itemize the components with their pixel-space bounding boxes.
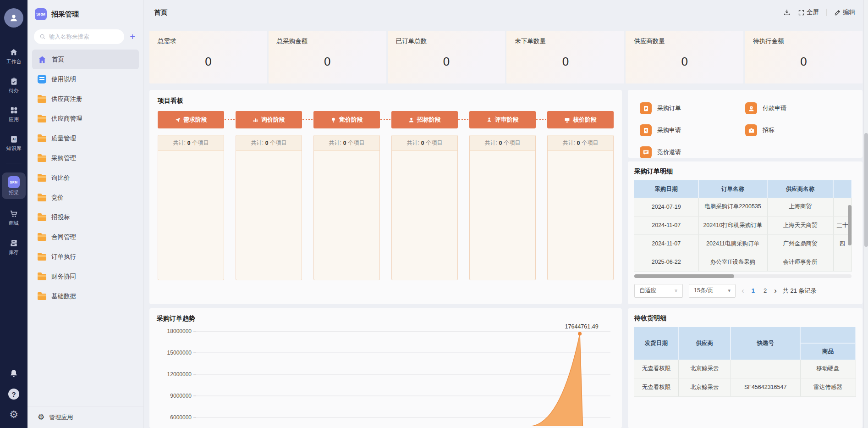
- menu-item-inquiry-compare[interactable]: 询比价: [32, 168, 139, 188]
- stat-label: 已订单总数: [396, 37, 497, 45]
- quick-link-label: 采购申请: [657, 126, 681, 134]
- fullscreen-icon: [798, 9, 805, 16]
- folder-icon: [38, 234, 46, 241]
- user-avatar[interactable]: [4, 8, 23, 28]
- stage-count: 共计:0个项目: [548, 135, 613, 151]
- table-vertical-scrollbar[interactable]: [848, 205, 852, 245]
- table-row[interactable]: 2025-06-22 办公室IT设备采购 会计师事务所: [634, 253, 852, 271]
- rail-item-workbench[interactable]: 工作台: [2, 46, 26, 67]
- stage-count: 共计:0个项目: [470, 135, 535, 151]
- stage-card: 共计:0个项目: [547, 135, 614, 280]
- folder-icon: [38, 294, 46, 300]
- fullscreen-button[interactable]: 全屏: [798, 8, 819, 17]
- stage-column-price-check: 核价阶段 共计:0个项目: [547, 111, 614, 280]
- table-row[interactable]: 2024-11-07 202411电脑采购订单 广州金鼎商贸 四: [634, 234, 852, 253]
- quick-link-tender[interactable]: 招标: [745, 124, 851, 136]
- download-button[interactable]: [783, 9, 791, 16]
- middle-row: 项目看板 需求阶段 共计:0个项目: [149, 90, 863, 304]
- quick-link-purchase-request[interactable]: 采购申请: [640, 124, 745, 136]
- stage-button-inquiry[interactable]: 询价阶段: [236, 111, 302, 128]
- folder-icon: [38, 195, 46, 201]
- help-icon[interactable]: ?: [8, 389, 19, 400]
- col-supplier-name[interactable]: 供应商名称: [767, 180, 833, 198]
- quick-link-purchase-order[interactable]: 采购订单: [640, 102, 745, 114]
- table-row[interactable]: 无查看权限 北京鲸采云 移动硬盘: [634, 360, 856, 378]
- menu-item-supplier-management[interactable]: 供应商管理: [32, 109, 139, 128]
- menu-item-label: 招投标: [51, 213, 70, 222]
- table-horizontal-scrollbar[interactable]: [634, 274, 852, 278]
- menu-item-label: 使用说明: [51, 75, 76, 83]
- menu-item-home[interactable]: 首页: [32, 50, 139, 69]
- table-row[interactable]: 无查看权限 北京鲸采云 SF45642316547 雷达传感器: [634, 378, 856, 396]
- trend-chart-svg: 1800000015000000120000009000000600000017…: [157, 323, 615, 426]
- col-product[interactable]: 商品: [800, 327, 856, 360]
- stage-button-demand[interactable]: 需求阶段: [158, 111, 224, 128]
- page-scroll-thumb[interactable]: [864, 133, 868, 247]
- stat-value: 0: [149, 55, 267, 69]
- prev-page-button[interactable]: ‹: [742, 286, 744, 295]
- col-order-name[interactable]: 订单名称: [698, 180, 767, 198]
- menu-item-supplier-register[interactable]: 供应商注册: [32, 89, 139, 109]
- add-button[interactable]: +: [128, 32, 137, 42]
- quick-link-payment-request[interactable]: ¥ 付款申请: [745, 102, 851, 114]
- menu-item-finance-collab[interactable]: 财务协同: [32, 267, 139, 286]
- menu-item-usage-guide[interactable]: 使用说明: [32, 69, 139, 89]
- menu-item-bidding[interactable]: 竞价: [32, 188, 139, 207]
- stage-button-review[interactable]: 评审阶段: [469, 111, 536, 128]
- menu-item-procurement-management[interactable]: 采购管理: [32, 148, 139, 168]
- menu-item-tender[interactable]: 招投标: [32, 207, 139, 227]
- table-row[interactable]: 2024-11-07 202410打印机采购订单 上海天天商贸 三十: [634, 216, 852, 234]
- project-board-panel: 项目看板 需求阶段 共计:0个项目: [149, 90, 622, 304]
- col-product-label: 商品: [801, 344, 855, 359]
- bottom-row: 采购订单趋势 180000001500000012000000900000060…: [149, 308, 863, 428]
- settings-gear-icon[interactable]: ⚙: [9, 410, 18, 420]
- menu-item-base-data[interactable]: 基础数据: [32, 286, 139, 306]
- rail-item-knowledge[interactable]: AI 知识库: [2, 133, 26, 154]
- stat-label: 待执行金额: [753, 37, 854, 45]
- topbar-divider: [826, 9, 827, 16]
- stage-button-price-check[interactable]: 核价阶段: [547, 111, 614, 128]
- rail-item-mall[interactable]: 商城: [2, 207, 26, 228]
- caret-down-icon: ▾: [728, 288, 731, 294]
- menu-item-order-execution[interactable]: 订单执行: [32, 247, 139, 267]
- rail-item-todo[interactable]: 待办: [2, 75, 26, 96]
- manage-app-button[interactable]: ⚙ 管理应用: [27, 406, 143, 428]
- menu-item-label: 合同管理: [51, 233, 76, 241]
- col-ship-date[interactable]: 发货日期: [634, 327, 679, 360]
- table-row[interactable]: 2024-07-19 电脑采购订单2200535 上海商贸: [634, 198, 852, 216]
- cell-supplier: 上海商贸: [767, 198, 833, 216]
- col-tracking-number[interactable]: 快递号: [731, 327, 800, 360]
- search-input[interactable]: 输入名称来搜索: [34, 29, 124, 44]
- total-records-label: 共 21 条记录: [783, 287, 817, 295]
- menu-item-contract-management[interactable]: 合同管理: [32, 227, 139, 247]
- next-page-button[interactable]: ›: [774, 286, 777, 295]
- page-scrollbar[interactable]: [863, 0, 868, 428]
- col-supplier[interactable]: 供应商: [679, 327, 731, 360]
- page-number-1[interactable]: 1: [750, 287, 756, 294]
- stat-card-pending-amount: 待执行金额 0: [745, 31, 863, 83]
- stage-button-tender[interactable]: 招标阶段: [391, 111, 458, 128]
- edit-button[interactable]: 编辑: [834, 8, 855, 17]
- main-area: 首页 全屏 编辑 总需求 0: [144, 0, 868, 428]
- stage-button-bidding[interactable]: 竞价阶段: [313, 111, 380, 128]
- fit-mode-select[interactable]: 自适应 ∨: [634, 284, 683, 298]
- hscroll-thumb[interactable]: [634, 274, 734, 278]
- stage-card: 共计:0个项目: [391, 135, 458, 280]
- menu-item-quality-management[interactable]: 质量管理: [32, 128, 139, 148]
- person-icon: [9, 13, 19, 23]
- page-size-select[interactable]: 15条/页 ▾: [689, 284, 736, 298]
- page-number-2[interactable]: 2: [762, 287, 768, 294]
- col-purchase-date[interactable]: 采购日期: [634, 180, 698, 198]
- svg-text:9000000: 9000000: [170, 393, 192, 399]
- rail-item-inventory[interactable]: 库存: [2, 237, 26, 258]
- menu-item-label: 订单执行: [51, 253, 76, 261]
- stage-column-tender: 招标阶段 共计:0个项目: [391, 111, 458, 280]
- quick-links-panel: 采购订单 ¥ 付款申请 采购申请 招标: [628, 90, 863, 158]
- col-product-spacer: [801, 328, 855, 344]
- rail-item-srm[interactable]: SRM 招采: [2, 172, 26, 199]
- rail-item-apps[interactable]: 应用: [2, 104, 26, 125]
- cell-date: 2024-11-07: [634, 216, 698, 234]
- quick-link-bid-invitation[interactable]: 竞价邀请: [640, 146, 745, 158]
- app-logo-icon: SRM: [35, 8, 47, 20]
- bell-icon[interactable]: [9, 368, 19, 378]
